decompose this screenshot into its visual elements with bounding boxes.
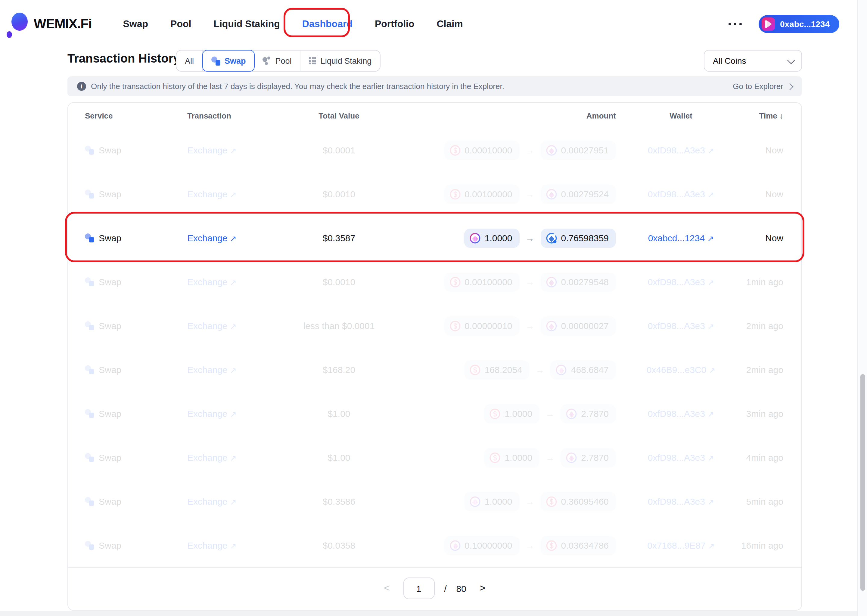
arrow-right-icon: → xyxy=(536,365,545,375)
go-to-explorer-link[interactable]: Go to Explorer xyxy=(733,82,792,91)
coin-filter-select[interactable]: All Coins xyxy=(704,50,802,72)
total-pages-label: 80 xyxy=(456,583,466,594)
table-row: Swap Exchange ↗ $0.0010 0.00100000 → 0.0… xyxy=(68,260,801,304)
exchange-link[interactable]: Exchange ↗ xyxy=(187,321,236,331)
service-cell: Swap xyxy=(68,496,170,506)
total-value-cell: $0.3587 xyxy=(273,233,405,243)
wallet-link[interactable]: 0xfD98...A3e3 ↗ xyxy=(648,145,714,155)
wemix-dollar-coin-icon xyxy=(470,364,481,375)
column-header-time[interactable]: Time ↓ xyxy=(723,111,801,120)
table-row: Swap Exchange ↗ $0.0010 0.00100000 → 0.0… xyxy=(68,172,801,216)
external-link-icon: ↗ xyxy=(708,454,714,463)
amount-from-value: 0.00100000 xyxy=(465,189,512,199)
wemix-dollar-coin-icon xyxy=(490,452,500,463)
nav-menu: Swap Pool Liquid Staking Dashboard Portf… xyxy=(123,19,463,30)
wemix-fi-dashboard-page: WEMIX.Fi Swap Pool Liquid Staking Dashbo… xyxy=(0,0,867,616)
wemix-coin-icon xyxy=(566,452,577,463)
amount-from-value: 168.2054 xyxy=(485,365,522,375)
exchange-link[interactable]: Exchange ↗ xyxy=(187,233,236,243)
table-row: Swap Exchange ↗ $168.20 168.2054 → 468.6… xyxy=(68,348,801,391)
amount-cell: 0.00100000 → 0.00279548 xyxy=(405,272,639,291)
tab-all[interactable]: All xyxy=(177,50,203,71)
exchange-link[interactable]: Exchange ↗ xyxy=(187,277,236,287)
pool-icon xyxy=(263,57,271,65)
exchange-link[interactable]: Exchange ↗ xyxy=(187,496,236,506)
amount-to-value: 0.03634786 xyxy=(561,540,609,550)
wallet-cell: 0xfD98...A3e3 ↗ xyxy=(639,277,723,287)
service-cell: Swap xyxy=(68,453,170,463)
wemix-coin-icon xyxy=(556,364,567,375)
liquid-staking-icon xyxy=(309,57,317,64)
page-number-input[interactable] xyxy=(403,577,434,599)
nav-item-dashboard[interactable]: Dashboard xyxy=(302,19,353,30)
wallet-link[interactable]: 0xfD98...A3e3 ↗ xyxy=(648,321,714,331)
amount-cell: 1.0000 → 2.7870 xyxy=(405,448,639,467)
logo-wordmark: WEMIX.Fi xyxy=(34,16,91,32)
amount-from-chip: 1.0000 xyxy=(464,228,520,248)
exchange-link[interactable]: Exchange ↗ xyxy=(187,540,236,550)
service-label: Swap xyxy=(99,233,121,243)
swap-service-icon xyxy=(85,321,94,330)
wallet-link[interactable]: 0xfD98...A3e3 ↗ xyxy=(648,189,714,199)
service-label: Swap xyxy=(99,321,121,331)
external-link-icon: ↗ xyxy=(708,278,714,287)
wemix-dollar-coin-icon xyxy=(546,540,557,551)
arrow-right-icon: → xyxy=(526,233,534,243)
wallet-link[interactable]: 0xfD98...A3e3 ↗ xyxy=(648,453,714,463)
nav-item-swap[interactable]: Swap xyxy=(123,19,148,30)
exchange-link[interactable]: Exchange ↗ xyxy=(187,453,236,463)
scrollbar-track xyxy=(858,0,867,616)
wallet-link[interactable]: 0x7168...9E87 ↗ xyxy=(647,540,715,550)
amount-to-value: 0.00279548 xyxy=(561,277,609,287)
exchange-link[interactable]: Exchange ↗ xyxy=(187,365,236,375)
exchange-link[interactable]: Exchange ↗ xyxy=(187,189,236,199)
wallet-link[interactable]: 0xabcd...1234 ↗ xyxy=(648,233,714,243)
time-cell: 5min ago xyxy=(723,496,801,506)
swap-service-icon xyxy=(85,233,94,242)
service-cell: Swap xyxy=(68,540,170,550)
time-cell: 2min ago xyxy=(723,321,801,331)
amount-from-value: 1.0000 xyxy=(504,409,532,419)
nav-item-liquid-staking[interactable]: Liquid Staking xyxy=(213,19,280,30)
wemix-coin-icon xyxy=(546,145,557,156)
amount-to-chip: 0.36095460 xyxy=(541,492,616,511)
wallet-link[interactable]: 0xfD98...A3e3 ↗ xyxy=(648,409,714,419)
wemix-logo[interactable]: WEMIX.Fi xyxy=(6,8,91,40)
nav-item-portfolio[interactable]: Portfolio xyxy=(375,19,415,30)
more-menu-icon[interactable] xyxy=(728,19,743,29)
wallet-cell: 0x7168...9E87 ↗ xyxy=(639,540,723,550)
transaction-cell: Exchange ↗ xyxy=(170,496,273,506)
service-label: Swap xyxy=(99,145,121,155)
wallet-link[interactable]: 0xfD98...A3e3 ↗ xyxy=(648,496,714,506)
service-cell: Swap xyxy=(68,189,170,199)
wallet-link[interactable]: 0x46B9...e3C0 ↗ xyxy=(646,365,716,375)
amount-to-value: 0.36095460 xyxy=(561,496,609,506)
nav-item-pool[interactable]: Pool xyxy=(170,19,191,30)
time-cell: 4min ago xyxy=(723,453,801,463)
column-header-amount: Amount xyxy=(405,111,639,120)
wallet-button[interactable]: 0xabc...1234 xyxy=(759,15,839,33)
tab-swap[interactable]: Swap xyxy=(202,50,255,72)
prev-page-button[interactable]: < xyxy=(380,580,394,597)
wallet-cell: 0xabcd...1234 ↗ xyxy=(639,233,723,243)
amount-to-chip: 0.00279524 xyxy=(541,184,616,204)
amount-from-chip: 0.00100000 xyxy=(444,184,520,204)
next-page-button[interactable]: > xyxy=(476,580,489,597)
swap-service-icon xyxy=(85,453,94,462)
scrollbar-thumb[interactable] xyxy=(860,374,865,591)
transaction-cell: Exchange ↗ xyxy=(170,540,273,550)
tab-liquid-staking[interactable]: Liquid Staking xyxy=(301,50,380,71)
exchange-link[interactable]: Exchange ↗ xyxy=(187,409,236,419)
wallet-cell: 0xfD98...A3e3 ↗ xyxy=(639,189,723,199)
nav-item-claim[interactable]: Claim xyxy=(437,19,463,30)
transaction-cell: Exchange ↗ xyxy=(170,189,273,199)
external-link-icon: ↗ xyxy=(230,541,236,550)
wallet-link[interactable]: 0xfD98...A3e3 ↗ xyxy=(648,277,714,287)
amount-from-chip: 0.00100000 xyxy=(444,272,520,291)
amount-from-chip: 0.00000010 xyxy=(444,316,520,335)
info-banner: i Only the transaction history of the la… xyxy=(68,76,802,96)
exchange-link[interactable]: Exchange ↗ xyxy=(187,145,236,155)
wemix-coin-icon xyxy=(470,496,481,507)
tab-pool[interactable]: Pool xyxy=(254,50,301,71)
amount-to-chip: 468.6847 xyxy=(550,360,616,379)
